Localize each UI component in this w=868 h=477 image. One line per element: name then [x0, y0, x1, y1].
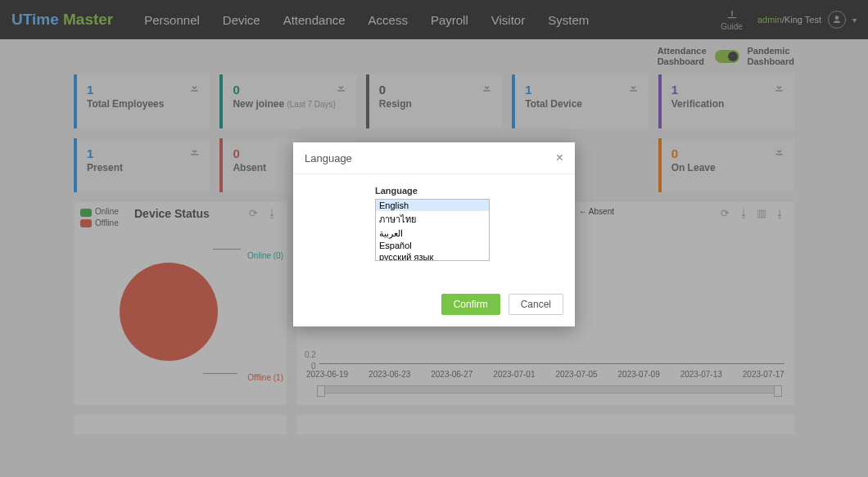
language-listbox[interactable]: EnglishภาษาไทยالعربيةEspañolрусский язык… [375, 199, 490, 261]
language-option[interactable]: English [376, 200, 489, 211]
modal-title: Language [305, 152, 352, 164]
modal-header: Language × [293, 142, 575, 174]
language-option[interactable]: العربية [376, 227, 489, 240]
language-option[interactable]: русский язык [376, 251, 489, 261]
confirm-button[interactable]: Confirm [441, 294, 500, 315]
language-option[interactable]: ภาษาไทย [376, 211, 489, 227]
language-modal: Language × Language Englishภาษาไทยالعربي… [293, 142, 575, 326]
language-option[interactable]: Español [376, 240, 489, 251]
language-field-label: Language [375, 186, 563, 196]
close-icon[interactable]: × [556, 151, 563, 165]
cancel-button[interactable]: Cancel [509, 294, 563, 315]
